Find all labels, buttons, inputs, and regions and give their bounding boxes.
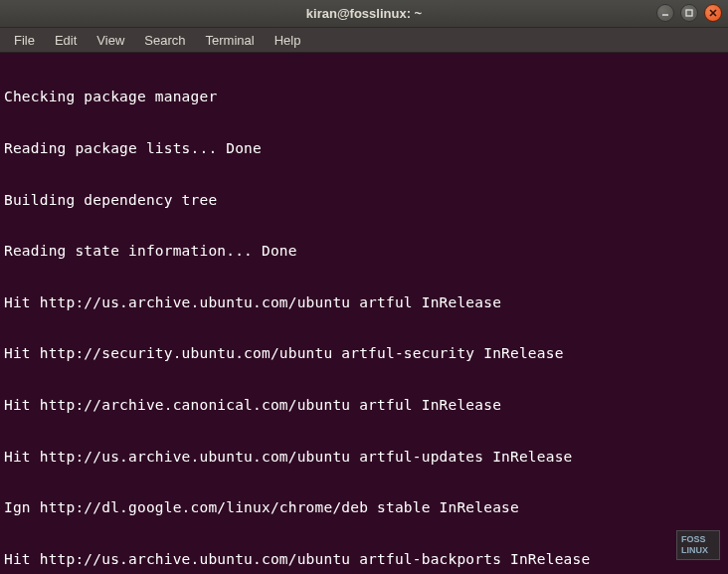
- terminal-line: Building dependency tree: [4, 192, 724, 209]
- menu-search[interactable]: Search: [136, 31, 193, 50]
- terminal-line: Hit http://archive.canonical.com/ubuntu …: [4, 397, 724, 414]
- svg-rect-1: [686, 10, 692, 16]
- terminal-line: Hit http://security.ubuntu.com/ubuntu ar…: [4, 345, 724, 362]
- terminal-line: Hit http://us.archive.ubuntu.com/ubuntu …: [4, 551, 724, 568]
- minimize-button[interactable]: [656, 4, 674, 22]
- terminal-line: Reading state information... Done: [4, 243, 724, 260]
- maximize-button[interactable]: [680, 4, 698, 22]
- terminal-line: Hit http://us.archive.ubuntu.com/ubuntu …: [4, 294, 724, 311]
- terminal-line: Reading package lists... Done: [4, 140, 724, 157]
- menu-file[interactable]: File: [6, 31, 43, 50]
- maximize-icon: [684, 8, 694, 18]
- menubar: File Edit View Search Terminal Help: [0, 28, 728, 53]
- menu-terminal[interactable]: Terminal: [198, 31, 263, 50]
- menu-edit[interactable]: Edit: [47, 31, 85, 50]
- watermark-line2: LINUX: [681, 545, 715, 556]
- terminal-output[interactable]: Checking package manager Reading package…: [0, 53, 728, 574]
- window-controls: [656, 4, 722, 22]
- minimize-icon: [660, 8, 670, 18]
- watermark-line1: FOSS: [681, 534, 715, 545]
- terminal-line: Checking package manager: [4, 89, 724, 105]
- terminal-line: Hit http://us.archive.ubuntu.com/ubuntu …: [4, 449, 724, 466]
- close-icon: [708, 8, 718, 18]
- menu-help[interactable]: Help: [267, 31, 309, 50]
- menu-view[interactable]: View: [89, 31, 132, 50]
- watermark-badge: FOSS LINUX: [676, 530, 720, 560]
- window-titlebar: kiran@fosslinux: ~: [0, 0, 728, 28]
- close-button[interactable]: [704, 4, 722, 22]
- window-title: kiran@fosslinux: ~: [306, 6, 422, 21]
- terminal-line: Ign http://dl.google.com/linux/chrome/de…: [4, 499, 724, 516]
